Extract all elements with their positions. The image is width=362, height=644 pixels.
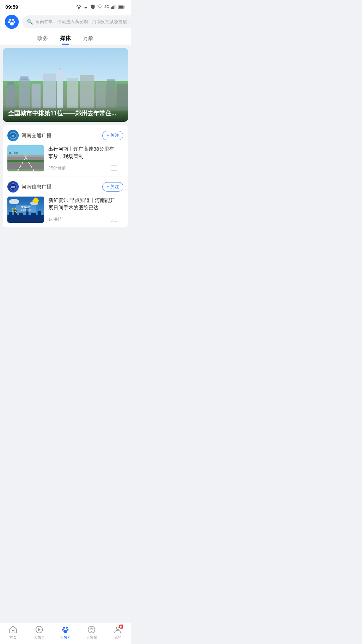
svg-rect-61 (38, 211, 41, 223)
news-container: 交 河南交通广播 + 关注 (3, 125, 128, 227)
source-info-info: 信息 河南信息广播 (7, 181, 52, 193)
more-icon-traffic (111, 165, 117, 171)
news-item-info[interactable]: 资讯先行 新鲜早点到 新鲜资讯 早点知道丨河南能开展日间手术的医院已达 1小时前 (7, 197, 123, 227)
news-title-info: 新鲜资讯 早点知道丨河南能开展日间手术的医院已达 (48, 197, 119, 211)
news-thumb-traffic: 许广高速 (7, 145, 44, 171)
svg-point-12 (12, 19, 14, 21)
app-logo[interactable] (5, 15, 19, 29)
search-placeholder: 河南你早丨甲流进入高发期！河南疾控紧急提醒；... (36, 19, 131, 25)
svg-rect-10 (119, 5, 124, 8)
status-time: 09:59 (5, 4, 18, 10)
svg-point-13 (8, 21, 10, 23)
svg-text:交: 交 (12, 134, 15, 137)
svg-rect-23 (59, 68, 62, 70)
info-image-svg: 资讯先行 新鲜早点到 (7, 197, 44, 223)
svg-rect-19 (20, 76, 28, 80)
svg-rect-39 (7, 160, 44, 162)
svg-point-69 (114, 219, 114, 220)
tab-zhengwu[interactable]: 政务 (37, 35, 48, 45)
shield-status-icon (90, 4, 96, 9)
more-btn-info[interactable] (109, 216, 119, 223)
4g-badge: 4G (104, 5, 109, 9)
svg-text:信息: 信息 (11, 186, 15, 188)
news-thumb-info: 资讯先行 新鲜早点到 (7, 197, 44, 223)
svg-point-42 (113, 168, 113, 168)
news-content-traffic: 出行河南丨许广高速38公里有事故，现场管制 25分钟前 (48, 145, 119, 171)
svg-point-43 (114, 168, 114, 168)
follow-btn-traffic[interactable]: + 关注 (102, 131, 123, 140)
source-header-info: 信息 河南信息广播 + 关注 (7, 181, 123, 193)
status-bar: 09:59 4G (0, 0, 131, 12)
info-logo-icon: 信息 (9, 183, 17, 191)
svg-point-48 (9, 199, 19, 204)
svg-rect-6 (112, 6, 113, 9)
svg-point-70 (115, 219, 115, 220)
paw-status-icon (76, 4, 81, 9)
svg-rect-17 (7, 83, 14, 86)
follow-btn-info[interactable]: + 关注 (102, 182, 123, 192)
svg-point-2 (77, 6, 78, 7)
svg-point-44 (115, 168, 115, 168)
svg-rect-60 (31, 213, 36, 223)
svg-point-0 (77, 5, 78, 6)
svg-point-68 (113, 219, 113, 220)
hero-caption: 全国城市中排第11位——郑州去年常住... (3, 105, 128, 122)
svg-point-4 (78, 7, 80, 9)
hand-status-icon (83, 4, 88, 9)
svg-point-50 (33, 198, 39, 203)
app-logo-icon (7, 17, 16, 26)
svg-point-1 (79, 5, 80, 6)
svg-rect-22 (57, 69, 63, 109)
news-title-traffic: 出行河南丨许广高速38公里有事故，现场管制 (48, 145, 119, 160)
news-block-traffic: 交 河南交通广播 + 关注 (3, 125, 128, 176)
svg-rect-56 (9, 212, 12, 223)
hero-section[interactable]: 全国城市中排第11位——郑州去年常住... (0, 48, 131, 122)
svg-point-3 (80, 6, 81, 7)
svg-rect-5 (111, 7, 112, 9)
svg-rect-20 (32, 84, 41, 108)
svg-rect-58 (19, 213, 23, 223)
svg-rect-28 (117, 84, 128, 108)
tab-meiti[interactable]: 媒体 (60, 35, 71, 45)
svg-rect-7 (113, 6, 114, 9)
svg-point-15 (10, 22, 14, 25)
header: 🔍 河南你早丨甲流进入高发期！河南疾控紧急提醒；... (0, 12, 131, 32)
tab-bar: 政务 媒体 万象 (0, 32, 131, 45)
svg-rect-21 (43, 74, 56, 109)
more-btn-traffic[interactable] (109, 165, 119, 171)
source-header-traffic: 交 河南交通广播 + 关注 (7, 130, 123, 141)
traffic-logo-icon: 交 (9, 132, 17, 139)
svg-text:新鲜早点到: 新鲜早点到 (21, 209, 31, 211)
city-skyline-svg (3, 68, 128, 108)
search-icon: 🔍 (27, 19, 33, 25)
svg-rect-18 (19, 79, 30, 108)
signal-icon (111, 4, 116, 9)
search-bar[interactable]: 🔍 河南你早丨甲流进入高发期！河南疾控紧急提醒；... (22, 15, 131, 28)
status-icons: 4G (76, 4, 125, 9)
news-time-info: 1小时前 (48, 216, 64, 222)
svg-rect-27 (107, 79, 115, 108)
source-info-traffic: 交 河南交通广播 (7, 130, 52, 141)
svg-rect-25 (80, 75, 94, 108)
battery-icon (118, 5, 125, 9)
source-name-info: 河南信息广播 (21, 184, 52, 190)
svg-rect-26 (96, 83, 106, 109)
source-avatar-traffic: 交 (7, 130, 19, 141)
svg-text:资讯先行: 资讯先行 (21, 205, 31, 208)
svg-text:许广高速: 许广高速 (9, 152, 18, 154)
more-icon-info (111, 217, 117, 222)
svg-point-14 (13, 21, 15, 23)
svg-rect-24 (67, 78, 78, 109)
road-image-svg: 许广高速 (7, 145, 44, 171)
wifi-icon (97, 4, 103, 9)
news-item-traffic[interactable]: 许广高速 出行河南丨许广高速38公里有事故，现场管制 25分钟前 (7, 145, 123, 176)
tab-wanxiang[interactable]: 万象 (83, 35, 94, 45)
svg-point-11 (9, 19, 11, 21)
news-meta-traffic: 25分钟前 (48, 165, 119, 171)
news-time-traffic: 25分钟前 (48, 165, 66, 171)
svg-rect-8 (115, 5, 115, 9)
source-name-traffic: 河南交通广播 (21, 132, 52, 139)
news-meta-info: 1小时前 (48, 216, 119, 223)
news-block-info: 信息 河南信息广播 + 关注 (3, 176, 128, 227)
source-avatar-info: 信息 (7, 181, 19, 193)
